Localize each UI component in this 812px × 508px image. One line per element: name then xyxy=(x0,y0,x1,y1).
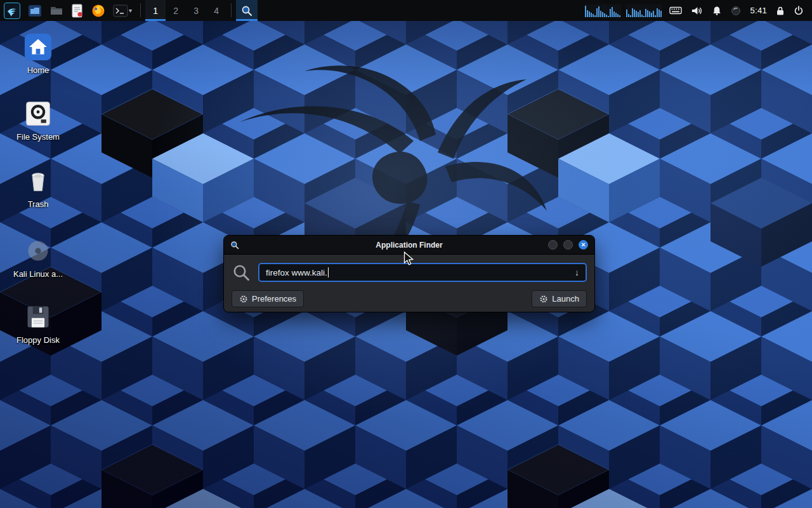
top-panel: ▾ 1 2 3 4 xyxy=(0,0,812,21)
power-icon xyxy=(794,6,804,16)
gear-icon xyxy=(239,295,248,304)
desktop-icon-label: Kali Linux a... xyxy=(13,269,63,279)
dialog-body: firefox www.kali. ↓ Preferences Launch xyxy=(224,255,594,312)
firefox-icon xyxy=(91,4,105,18)
launch-gear-icon xyxy=(539,295,548,304)
preferences-button[interactable]: Preferences xyxy=(232,290,304,307)
clock[interactable]: 5:41 xyxy=(745,0,771,21)
trash-icon xyxy=(23,166,53,196)
status-tray-button[interactable] xyxy=(726,0,745,21)
volume-button[interactable] xyxy=(686,0,707,21)
launch-label: Launch xyxy=(552,294,579,304)
desktop-icon-filesystem[interactable]: File System xyxy=(4,98,72,142)
keyboard-icon xyxy=(669,6,682,15)
lock-screen-button[interactable] xyxy=(771,0,789,21)
minimize-button[interactable] xyxy=(548,240,558,250)
firefox-launcher[interactable] xyxy=(88,0,109,21)
kali-disc-icon xyxy=(23,236,53,266)
volume-icon xyxy=(691,6,703,16)
keyboard-indicator-button[interactable] xyxy=(665,0,686,21)
floppy-icon xyxy=(23,302,53,332)
filesystem-icon xyxy=(23,98,53,129)
notifications-button[interactable] xyxy=(707,0,726,21)
workspace-switcher: 1 2 3 4 xyxy=(145,0,226,21)
maximize-button[interactable] xyxy=(563,240,573,250)
kali-menu-button[interactable] xyxy=(0,0,24,21)
clock-label: 5:41 xyxy=(750,6,767,15)
terminal-icon xyxy=(113,4,128,17)
taskbar-appfinder-button[interactable] xyxy=(236,0,258,21)
preferences-label: Preferences xyxy=(252,294,296,304)
close-button[interactable]: × xyxy=(579,240,588,250)
search-input[interactable]: firefox www.kali. ↓ xyxy=(258,263,587,282)
workspace-button-3[interactable]: 3 xyxy=(186,0,206,21)
entry-dropdown-arrow-icon[interactable]: ↓ xyxy=(573,267,580,277)
logout-button[interactable] xyxy=(789,0,808,21)
cpu-graph[interactable] xyxy=(585,4,621,17)
folder-icon xyxy=(49,4,63,18)
folder-launcher[interactable] xyxy=(46,0,67,21)
desktop-icon-label: Trash xyxy=(28,199,49,209)
search-input-value: firefox www.kali. xyxy=(266,268,327,277)
lock-icon xyxy=(776,6,785,16)
desktop-icon-floppy[interactable]: Floppy Disk xyxy=(4,302,72,345)
chevron-down-icon: ▾ xyxy=(129,7,132,14)
terminal-launcher[interactable]: ▾ xyxy=(109,0,136,21)
launch-button[interactable]: Launch xyxy=(532,290,587,307)
panel-left: ▾ 1 2 3 4 xyxy=(0,0,258,21)
panel-separator xyxy=(231,3,232,17)
search-icon xyxy=(232,263,251,282)
desktop-icon-label: Home xyxy=(27,65,49,75)
workspace-button-4[interactable]: 4 xyxy=(206,0,226,21)
bell-icon xyxy=(712,6,722,16)
application-finder-icon xyxy=(241,5,252,17)
window-buttons: × xyxy=(548,240,588,250)
panel-right: 5:41 xyxy=(582,0,812,21)
desktop-icon-label: File System xyxy=(16,132,60,142)
kali-logo-icon xyxy=(4,3,20,19)
text-editor-launcher[interactable] xyxy=(67,0,88,21)
desktop-icon-trash[interactable]: Trash xyxy=(4,166,72,209)
close-icon: × xyxy=(581,241,585,248)
application-finder-window: Application Finder × firefox www.kali. ↓ xyxy=(223,235,595,312)
home-icon xyxy=(23,32,53,62)
file-manager-launcher[interactable] xyxy=(24,0,46,21)
panel-separator xyxy=(140,3,141,17)
text-editor-icon xyxy=(71,4,84,18)
desktop-icon-label: Floppy Disk xyxy=(16,335,60,345)
status-tray-icon xyxy=(731,6,741,16)
workspace-button-1[interactable]: 1 xyxy=(145,0,166,21)
desktop-icon-kali-docs[interactable]: Kali Linux a... xyxy=(4,236,72,279)
text-caret xyxy=(328,267,329,277)
desktop-icon-home[interactable]: Home xyxy=(4,32,72,75)
network-graph[interactable] xyxy=(626,4,662,17)
workspace-button-2[interactable]: 2 xyxy=(166,0,186,21)
titlebar[interactable]: Application Finder × xyxy=(224,236,594,255)
file-manager-icon xyxy=(28,4,42,18)
window-title: Application Finder xyxy=(224,241,594,250)
